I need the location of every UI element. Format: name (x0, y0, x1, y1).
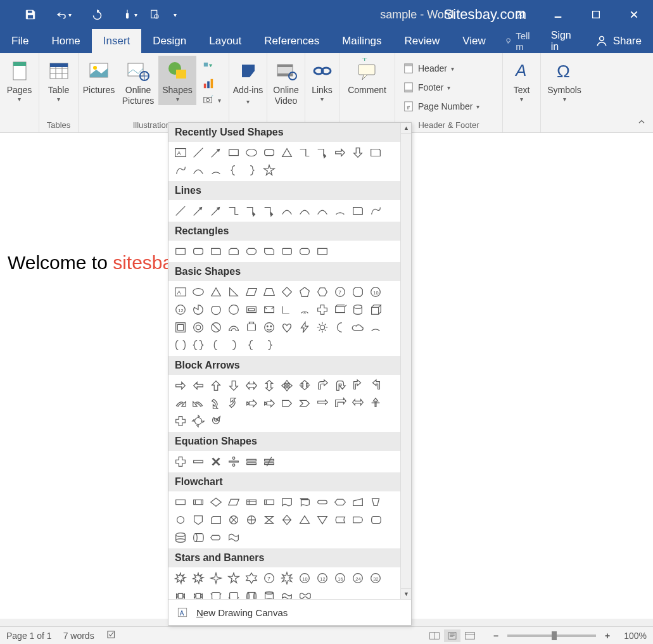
zoom-in-button[interactable]: + (602, 631, 612, 641)
tab-references[interactable]: References (253, 29, 331, 53)
shape-curved-ribbon1[interactable] (207, 587, 225, 599)
shape-plus[interactable] (172, 453, 189, 470)
shape-manual-op[interactable] (367, 493, 384, 511)
shape-star6[interactable] (243, 569, 260, 587)
shape-star[interactable] (260, 161, 278, 179)
shape-star32[interactable]: 32 (367, 569, 384, 587)
shape-round-rect2[interactable] (189, 243, 207, 260)
shape-luturn[interactable] (349, 377, 367, 395)
shape-snip-diag[interactable] (243, 243, 260, 260)
shape-merge[interactable] (314, 511, 331, 529)
shape-explosion1[interactable] (172, 569, 189, 587)
shape-curve[interactable] (189, 161, 207, 179)
shape-star24[interactable]: 24 (349, 569, 367, 587)
shape-triangle2[interactable] (207, 283, 225, 301)
shape-teardrop[interactable] (225, 301, 243, 319)
tab-mailings[interactable]: Mailings (331, 29, 393, 53)
shape-line-2arrow[interactable] (207, 202, 225, 220)
shape-brace-l[interactable] (225, 161, 243, 179)
shape-triangle[interactable] (278, 144, 296, 161)
zoom-level[interactable]: 100% (624, 631, 647, 641)
shape-document[interactable] (278, 493, 296, 511)
screenshot-button[interactable]: ▾ (199, 92, 225, 108)
shape-double-wave[interactable] (296, 587, 314, 599)
shape-card[interactable] (207, 511, 225, 529)
shape-line-arrow[interactable] (207, 144, 225, 161)
shape-star4[interactable] (207, 569, 225, 587)
shape-block-arc[interactable] (225, 319, 243, 336)
text-button[interactable]: A Text ▾ (504, 56, 539, 105)
shape-pentagon[interactable] (296, 283, 314, 301)
shape-diag-stripe[interactable] (296, 301, 314, 319)
print-layout-icon[interactable] (444, 629, 460, 642)
smartart-button[interactable] (199, 60, 225, 75)
zoom-slider[interactable] (507, 635, 596, 637)
online-pictures-button[interactable]: Online Pictures (118, 56, 158, 109)
shape-round-rect[interactable] (260, 144, 278, 161)
shape-display[interactable] (207, 529, 225, 546)
shape-octagon[interactable] (349, 283, 367, 301)
shape-lightning[interactable] (296, 319, 314, 336)
shape-ribbon-up[interactable] (172, 587, 189, 599)
addins-button[interactable]: Add-ins ▾ (231, 56, 265, 109)
shape-extract[interactable] (296, 511, 314, 529)
shape-folded-corner[interactable] (243, 319, 260, 336)
shape-alt-process[interactable] (189, 493, 207, 511)
shape-callout-d[interactable] (331, 395, 349, 412)
footer-button[interactable]: Footer ▾ (399, 80, 483, 95)
shape-striped[interactable] (243, 395, 260, 412)
shape-star10[interactable]: 10 (296, 569, 314, 587)
maximize-icon[interactable] (583, 3, 609, 26)
shape-brace-r[interactable] (243, 161, 260, 179)
shape-arrow-lr[interactable] (243, 377, 260, 395)
web-layout-icon[interactable] (462, 629, 478, 642)
shape-pie[interactable] (189, 301, 207, 319)
print-preview-icon[interactable] (143, 3, 166, 26)
shape-freeform[interactable] (172, 161, 189, 179)
shape-callout-lr[interactable] (349, 395, 367, 412)
shape-data[interactable] (225, 493, 243, 511)
shape-star16[interactable]: 16 (331, 569, 349, 587)
shape-decagon[interactable]: 10 (367, 283, 384, 301)
shape-tape[interactable] (225, 529, 243, 546)
scroll-up-icon[interactable]: ▲ (401, 123, 411, 134)
shape-callout-ud[interactable] (367, 395, 384, 412)
redo-icon[interactable] (85, 3, 108, 26)
shape-wave[interactable] (278, 587, 296, 599)
shape-l-shape[interactable] (278, 301, 296, 319)
shape-equal[interactable] (243, 453, 260, 470)
shape-star8[interactable] (278, 569, 296, 587)
shape-scribble[interactable] (367, 202, 384, 220)
zoom-thumb[interactable] (552, 631, 557, 640)
shape-not-equal[interactable] (260, 453, 278, 470)
shape-no-symbol[interactable] (207, 319, 225, 336)
shape-brackets[interactable] (172, 336, 189, 354)
shape-star5[interactable] (225, 569, 243, 587)
shape-cube[interactable] (367, 301, 384, 319)
shape-bent-arrow[interactable] (314, 377, 331, 395)
shape-arrow-d[interactable] (349, 144, 367, 161)
shape-internal[interactable] (260, 493, 278, 511)
symbols-button[interactable]: Ω Symbols ▾ (542, 56, 586, 105)
shape-bent-up[interactable] (367, 377, 384, 395)
shapes-scrollbar[interactable]: ▲ ▼ (400, 123, 411, 599)
share-button[interactable]: Share (584, 29, 653, 53)
shape-rect2[interactable] (172, 243, 189, 260)
shape-arrow-up[interactable] (207, 377, 225, 395)
shape-callout-r[interactable] (314, 395, 331, 412)
shape-smiley[interactable] (260, 319, 278, 336)
save-icon[interactable] (19, 3, 42, 26)
shape-terminator[interactable] (314, 493, 331, 511)
tab-review[interactable]: Review (393, 29, 452, 53)
tab-design[interactable]: Design (141, 29, 198, 53)
page-number-button[interactable]: #Page Number ▾ (399, 99, 483, 114)
shape-decision[interactable] (207, 493, 225, 511)
shape-minus[interactable] (189, 453, 207, 470)
tab-layout[interactable]: Layout (198, 29, 253, 53)
shape-freeform2[interactable] (349, 202, 367, 220)
shape-arrow-right[interactable] (172, 377, 189, 395)
shape-or[interactable] (243, 511, 260, 529)
shape-elbow[interactable] (225, 202, 243, 220)
shape-circular2[interactable] (207, 412, 225, 430)
shape-arrow-r[interactable] (331, 144, 349, 161)
